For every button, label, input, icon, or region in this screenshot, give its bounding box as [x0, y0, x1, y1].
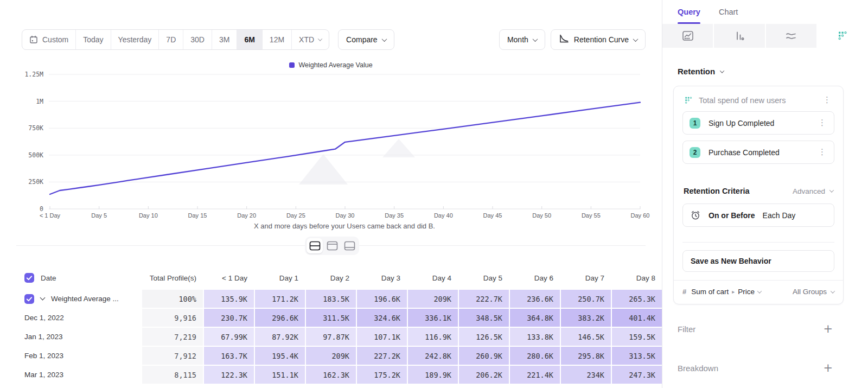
column-header[interactable]: Day 8 — [612, 267, 662, 289]
retention-value-cell[interactable]: 222.7K — [459, 290, 509, 308]
kebab-menu-icon[interactable]: ⋮ — [821, 95, 833, 105]
on-or-before-label[interactable]: On or Before — [709, 211, 755, 220]
retention-criteria-control[interactable]: On or Before Each Day — [682, 203, 834, 227]
kebab-menu-icon[interactable]: ⋮ — [816, 147, 828, 157]
range-12m[interactable]: 12M — [263, 30, 292, 49]
table-only-toggle[interactable] — [341, 238, 358, 253]
checkbox-checked[interactable] — [24, 273, 34, 283]
column-header[interactable]: Day 2 — [306, 267, 356, 289]
range-custom[interactable]: Custom — [22, 30, 76, 49]
range-7d[interactable]: 7D — [159, 30, 183, 49]
retention-section-heading[interactable]: Retention — [678, 67, 724, 76]
column-header[interactable]: Day 4 — [408, 267, 458, 289]
chart-only-toggle[interactable] — [324, 238, 340, 253]
measure-dropdown[interactable]: Sum of cart ▸ Price — [691, 288, 761, 296]
retention-value-cell[interactable]: 364.8K — [510, 309, 560, 327]
step-sign-up-completed[interactable]: 1 Sign Up Completed ⋮ — [682, 111, 834, 135]
save-as-new-behavior-button[interactable]: Save as New Behavior — [682, 250, 834, 272]
retention-value-cell[interactable]: 311.5K — [306, 309, 356, 327]
step-purchase-completed[interactable]: 2 Purchase Completed ⋮ — [682, 141, 834, 164]
retention-value-cell[interactable]: 162.3K — [306, 366, 356, 384]
retention-value-cell[interactable]: 250.7K — [561, 290, 611, 308]
retention-report-icon[interactable] — [818, 24, 868, 48]
retention-value-cell[interactable]: 348.5K — [459, 309, 509, 327]
add-breakdown-button[interactable]: + — [823, 362, 833, 374]
column-header[interactable]: Day 5 — [459, 267, 509, 289]
checkbox-checked[interactable] — [24, 294, 34, 304]
retention-value-cell[interactable]: 196.6K — [357, 290, 407, 308]
retention-value-cell[interactable]: 401.4K — [612, 309, 662, 327]
retention-value-cell[interactable]: 206.2K — [459, 366, 509, 384]
row-label-cell[interactable]: Mar 1, 2023 — [16, 366, 141, 384]
retention-value-cell[interactable]: 135.9K — [204, 290, 254, 308]
range-30d[interactable]: 30D — [183, 30, 212, 49]
retention-value-cell[interactable]: 163.7K — [204, 347, 254, 365]
retention-value-cell[interactable]: 209K — [306, 347, 356, 365]
chart-type-button[interactable]: Retention Curve — [551, 29, 646, 50]
retention-value-cell[interactable]: 175.2K — [357, 366, 407, 384]
retention-value-cell[interactable]: 313.5K — [612, 347, 662, 365]
compare-button[interactable]: Compare — [338, 29, 394, 50]
retention-value-cell[interactable]: 209K — [408, 290, 458, 308]
retention-value-cell[interactable]: 383.2K — [561, 309, 611, 327]
retention-value-cell[interactable]: 260.9K — [459, 347, 509, 365]
granularity-button[interactable]: Month — [499, 29, 545, 50]
retention-value-cell[interactable]: 280.6K — [510, 347, 560, 365]
retention-value-cell[interactable]: 247.3K — [612, 366, 662, 384]
retention-value-cell[interactable]: 221.4K — [510, 366, 560, 384]
behavior-title[interactable]: Total spend of new users — [699, 96, 786, 105]
retention-value-cell[interactable]: 230.7K — [204, 309, 254, 327]
row-label-cell[interactable]: Feb 1, 2023 — [16, 347, 141, 365]
retention-value-cell[interactable]: 122.3K — [204, 366, 254, 384]
retention-value-cell[interactable]: 236.6K — [510, 290, 560, 308]
split-view-toggle[interactable] — [307, 238, 323, 253]
retention-value-cell[interactable]: 195.4K — [255, 347, 305, 365]
kebab-menu-icon[interactable]: ⋮ — [816, 118, 828, 128]
range-3m[interactable]: 3M — [212, 30, 237, 49]
column-header[interactable]: Day 1 — [255, 267, 305, 289]
retention-value-cell[interactable]: 97.87K — [306, 328, 356, 346]
retention-value-cell[interactable]: 151.1K — [255, 366, 305, 384]
advanced-dropdown[interactable]: Advanced — [793, 187, 833, 195]
flows-report-icon[interactable] — [766, 24, 816, 48]
retention-value-cell[interactable]: 265.3K — [612, 290, 662, 308]
retention-value-cell[interactable]: 146.5K — [561, 328, 611, 346]
tab-query[interactable]: Query — [678, 0, 700, 24]
range-xtd[interactable]: XTD — [292, 30, 329, 49]
retention-value-cell[interactable]: 116.9K — [408, 328, 458, 346]
column-header[interactable]: Day 7 — [561, 267, 611, 289]
column-header[interactable]: Total Profile(s) — [142, 267, 203, 289]
range-6m[interactable]: 6M — [237, 30, 262, 49]
retention-value-cell[interactable]: 107.1K — [357, 328, 407, 346]
column-header[interactable]: Day 6 — [510, 267, 560, 289]
row-label-cell[interactable]: Dec 1, 2022 — [16, 309, 141, 327]
retention-line-chart[interactable]: 1.25M1M750K500K250K0< 1 DayDay 5Day 10Da… — [0, 69, 662, 221]
range-today[interactable]: Today — [76, 30, 111, 49]
retention-value-cell[interactable]: 171.2K — [255, 290, 305, 308]
row-label-cell[interactable]: Jan 1, 2023 — [16, 328, 141, 346]
retention-value-cell[interactable]: 296.6K — [255, 309, 305, 327]
column-header[interactable]: < 1 Day — [204, 267, 254, 289]
retention-value-cell[interactable]: 126.5K — [459, 328, 509, 346]
column-header[interactable]: Date — [16, 267, 141, 289]
add-filter-button[interactable]: + — [823, 323, 833, 335]
retention-value-cell[interactable]: 295.8K — [561, 347, 611, 365]
bar-report-icon[interactable] — [714, 24, 764, 48]
retention-value-cell[interactable]: 67.99K — [204, 328, 254, 346]
retention-value-cell[interactable]: 336.1K — [408, 309, 458, 327]
retention-value-cell[interactable]: 242.8K — [408, 347, 458, 365]
groups-dropdown[interactable]: All Groups — [793, 288, 834, 296]
retention-value-cell[interactable]: 183.5K — [306, 290, 356, 308]
row-label-cell[interactable]: Weighted Average ... — [16, 290, 141, 308]
retention-value-cell[interactable]: 87.92K — [255, 328, 305, 346]
retention-value-cell[interactable]: 227.2K — [357, 347, 407, 365]
range-yesterday[interactable]: Yesterday — [111, 30, 159, 49]
column-header[interactable]: Day 3 — [357, 267, 407, 289]
insights-report-icon[interactable] — [662, 24, 713, 48]
retention-value-cell[interactable]: 324.6K — [357, 309, 407, 327]
retention-value-cell[interactable]: 133.8K — [510, 328, 560, 346]
retention-value-cell[interactable]: 189.9K — [408, 366, 458, 384]
chart-legend[interactable]: Weighted Average Value — [0, 61, 662, 69]
retention-value-cell[interactable]: 159.5K — [612, 328, 662, 346]
each-day-label[interactable]: Each Day — [763, 211, 796, 220]
